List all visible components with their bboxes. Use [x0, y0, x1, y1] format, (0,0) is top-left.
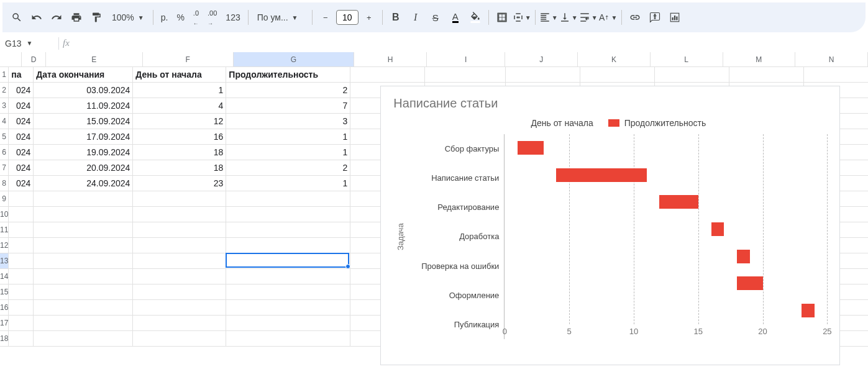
row-header-3[interactable]: 3: [0, 98, 9, 114]
cell-G2[interactable]: 2: [226, 83, 350, 98]
cell-G14[interactable]: [226, 269, 350, 284]
cell-D10[interactable]: [9, 207, 34, 222]
row-header-12[interactable]: 12: [0, 238, 9, 253]
cell-F15[interactable]: [133, 284, 226, 300]
cell-F12[interactable]: [133, 238, 226, 253]
cell-E8[interactable]: 24.09.2024: [34, 176, 133, 191]
row-header-7[interactable]: 7: [0, 160, 9, 176]
cell-G5[interactable]: 1: [226, 129, 350, 145]
cell-D3[interactable]: 024: [9, 98, 34, 114]
comment-button[interactable]: +: [646, 8, 664, 27]
print-icon[interactable]: [67, 8, 86, 27]
cell-G18[interactable]: [226, 331, 350, 347]
cell-D2[interactable]: 024: [9, 83, 34, 98]
cell-E13[interactable]: [34, 253, 133, 269]
cell-F17[interactable]: [133, 316, 226, 331]
cell-F7[interactable]: 18: [133, 160, 226, 176]
col-header-J[interactable]: J: [505, 52, 578, 66]
row-header-13[interactable]: 13: [0, 253, 9, 269]
cell-G13[interactable]: [226, 253, 350, 269]
cell-E3[interactable]: 11.09.2024: [34, 98, 133, 114]
cell-G1[interactable]: Продолжительность: [226, 67, 350, 83]
percent-button[interactable]: %: [173, 12, 188, 22]
cell-F10[interactable]: [133, 207, 226, 222]
h-align-button[interactable]: ▼: [539, 8, 558, 27]
cell-F13[interactable]: [133, 253, 226, 269]
select-all-corner[interactable]: [0, 52, 22, 66]
bold-button[interactable]: B: [386, 8, 405, 27]
cell-D4[interactable]: 024: [9, 114, 34, 129]
decrease-size-button[interactable]: −: [316, 8, 335, 27]
font-select[interactable]: По ум...▼: [252, 12, 308, 22]
col-header-M[interactable]: M: [723, 52, 796, 66]
row-header-8[interactable]: 8: [0, 176, 9, 191]
cell-F1[interactable]: День от начала: [133, 67, 226, 83]
cell-D13[interactable]: [9, 253, 34, 269]
cell-H1[interactable]: [350, 67, 425, 83]
italic-button[interactable]: I: [406, 8, 425, 27]
cell-F14[interactable]: [133, 269, 226, 284]
cell-L1[interactable]: [655, 67, 729, 83]
cell-G8[interactable]: 1: [226, 176, 350, 191]
cell-D5[interactable]: 024: [9, 129, 34, 145]
cell-I1[interactable]: [425, 67, 506, 83]
row-header-4[interactable]: 4: [0, 114, 9, 129]
col-header-I[interactable]: I: [427, 52, 505, 66]
cell-F4[interactable]: 12: [133, 114, 226, 129]
paint-format-icon[interactable]: [87, 8, 106, 27]
rotate-button[interactable]: A↗▼: [599, 8, 618, 27]
cell-G4[interactable]: 3: [226, 114, 350, 129]
cell-E6[interactable]: 19.09.2024: [34, 145, 133, 160]
cell-E5[interactable]: 17.09.2024: [34, 129, 133, 145]
font-size-input[interactable]: [336, 10, 359, 25]
cell-D17[interactable]: [9, 316, 34, 331]
row-header-2[interactable]: 2: [0, 83, 9, 98]
zoom-select[interactable]: 100%▼: [107, 12, 149, 22]
cell-F9[interactable]: [133, 191, 226, 207]
cell-E11[interactable]: [34, 222, 133, 238]
cell-D9[interactable]: [9, 191, 34, 207]
cell-F18[interactable]: [133, 331, 226, 347]
text-color-button[interactable]: A: [446, 8, 465, 27]
increase-decimal-button[interactable]: .00→: [204, 7, 221, 27]
borders-button[interactable]: [493, 8, 511, 27]
cell-G11[interactable]: [226, 222, 350, 238]
cell-F8[interactable]: 23: [133, 176, 226, 191]
cell-G10[interactable]: [226, 207, 350, 222]
col-header-F[interactable]: F: [143, 52, 234, 66]
cell-E14[interactable]: [34, 269, 133, 284]
col-header-H[interactable]: H: [354, 52, 427, 66]
cell-G7[interactable]: 2: [226, 160, 350, 176]
merge-button[interactable]: ▼: [513, 8, 531, 27]
cell-F5[interactable]: 16: [133, 129, 226, 145]
cell-E2[interactable]: 03.09.2024: [34, 83, 133, 98]
row-header-6[interactable]: 6: [0, 145, 9, 160]
fill-color-button[interactable]: [466, 8, 485, 27]
cell-F16[interactable]: [133, 300, 226, 316]
row-header-11[interactable]: 11: [0, 222, 9, 238]
row-header-16[interactable]: 16: [0, 300, 9, 316]
cell-N1[interactable]: [804, 67, 868, 83]
cell-E12[interactable]: [34, 238, 133, 253]
cell-F2[interactable]: 1: [133, 83, 226, 98]
cell-E7[interactable]: 20.09.2024: [34, 160, 133, 176]
cell-K1[interactable]: [580, 67, 655, 83]
search-icon[interactable]: [7, 8, 26, 27]
cell-J1[interactable]: [506, 67, 580, 83]
col-header-G[interactable]: G: [234, 52, 355, 66]
cell-F3[interactable]: 4: [133, 98, 226, 114]
cell-M1[interactable]: [729, 67, 804, 83]
redo-icon[interactable]: [47, 8, 66, 27]
cell-D14[interactable]: [9, 269, 34, 284]
cell-G3[interactable]: 7: [226, 98, 350, 114]
col-header-L[interactable]: L: [651, 52, 723, 66]
cell-G12[interactable]: [226, 238, 350, 253]
cell-E4[interactable]: 15.09.2024: [34, 114, 133, 129]
col-header-E[interactable]: E: [46, 52, 143, 66]
undo-icon[interactable]: [27, 8, 46, 27]
cell-E15[interactable]: [34, 284, 133, 300]
v-align-button[interactable]: ▼: [559, 8, 578, 27]
cell-F6[interactable]: 18: [133, 145, 226, 160]
row-header-1[interactable]: 1: [0, 67, 9, 83]
cell-G17[interactable]: [226, 316, 350, 331]
